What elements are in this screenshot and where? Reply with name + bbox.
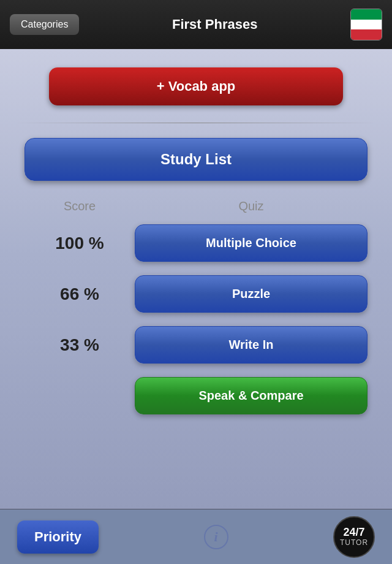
quiz-type-button[interactable]: Multiple Choice: [135, 224, 368, 262]
divider: [15, 123, 377, 123]
italy-flag: [350, 9, 382, 40]
main-content: + Vocab app Study List Score Quiz 100 %M…: [0, 49, 392, 564]
page-title: First Phrases: [79, 17, 350, 32]
flag-red-stripe: [351, 29, 382, 40]
quiz-rows: 100 %Multiple Choice66 %Puzzle33 %Write …: [24, 224, 368, 377]
quiz-row: 66 %Puzzle: [24, 275, 368, 313]
categories-button[interactable]: Categories: [10, 14, 79, 35]
bottom-bar: Priority i 24/7 TUTOR: [0, 509, 392, 564]
tutor-badge[interactable]: 24/7 TUTOR: [333, 516, 375, 558]
header: Categories First Phrases: [0, 0, 392, 49]
vocab-app-button[interactable]: + Vocab app: [49, 67, 343, 105]
quiz-row: 33 %Write In: [24, 326, 368, 364]
quiz-row: 100 %Multiple Choice: [24, 224, 368, 262]
tutor-label: TUTOR: [340, 538, 368, 547]
score-value: 66 %: [24, 284, 135, 304]
speak-compare-row: Speak & Compare: [24, 377, 368, 414]
score-value: 33 %: [24, 335, 135, 355]
score-value: 100 %: [24, 234, 135, 253]
flag-green-stripe: [351, 9, 382, 20]
tutor-time: 24/7: [343, 527, 364, 539]
quiz-type-button[interactable]: Write In: [135, 326, 368, 364]
study-list-button[interactable]: Study List: [24, 138, 368, 181]
score-column-header: Score: [24, 199, 135, 213]
speak-compare-button[interactable]: Speak & Compare: [135, 377, 368, 414]
priority-button[interactable]: Priority: [17, 520, 99, 554]
score-quiz-header: Score Quiz: [24, 199, 368, 213]
quiz-column-header: Quiz: [135, 199, 368, 213]
flag-white-stripe: [351, 20, 382, 30]
info-button[interactable]: i: [204, 525, 228, 549]
quiz-type-button[interactable]: Puzzle: [135, 275, 368, 313]
